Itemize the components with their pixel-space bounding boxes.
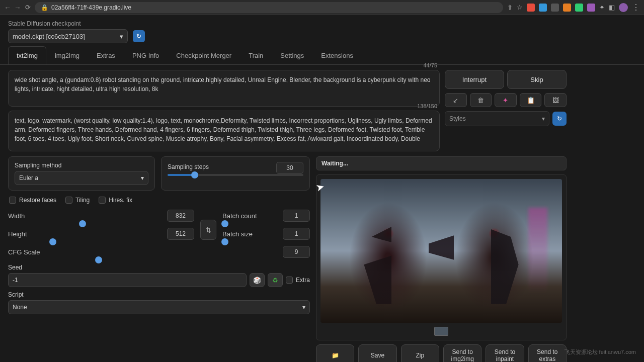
width-label: Width bbox=[8, 212, 25, 220]
batch-size-value[interactable]: 1 bbox=[283, 228, 310, 240]
arrow-tool-button[interactable]: ↙ bbox=[445, 93, 467, 107]
script-select[interactable]: None ▾ bbox=[8, 300, 310, 314]
skip-button[interactable]: Skip bbox=[507, 70, 567, 89]
chevron-down-icon: ▾ bbox=[302, 304, 305, 311]
tab-img2img[interactable]: img2img bbox=[46, 46, 88, 64]
height-label: Height bbox=[8, 230, 27, 238]
sampling-method-select[interactable]: Euler a ▾ bbox=[15, 171, 148, 185]
extension-icon[interactable] bbox=[539, 4, 547, 12]
negative-prompt-input[interactable] bbox=[15, 116, 433, 144]
tab-extensions[interactable]: Extensions bbox=[312, 46, 362, 64]
checkpoint-label: Stable Diffusion checkpoint bbox=[8, 20, 128, 27]
tab-train[interactable]: Train bbox=[240, 46, 272, 64]
swap-dimensions-button[interactable]: ⇅ bbox=[200, 220, 216, 240]
image-tool-button[interactable]: 🖼 bbox=[544, 93, 567, 107]
prompt-token-count: 44/75 bbox=[423, 62, 437, 68]
main-tabs: txt2img img2img Extras PNG Info Checkpoi… bbox=[0, 46, 644, 65]
batch-count-value[interactable]: 1 bbox=[283, 210, 310, 222]
save-button[interactable]: Save bbox=[358, 344, 396, 362]
hires-fix-checkbox[interactable]: Hires. fix bbox=[99, 197, 132, 204]
seed-input[interactable] bbox=[8, 273, 247, 287]
extension-icon[interactable] bbox=[527, 4, 535, 12]
open-folder-button[interactable]: 📁 bbox=[316, 344, 354, 362]
checkpoint-value: model.ckpt [cc6cb27103] bbox=[13, 33, 85, 40]
seed-extra-checkbox[interactable]: Extra bbox=[286, 277, 310, 284]
batch-count-label: Batch count bbox=[222, 212, 257, 220]
send-to-inpaint-button[interactable]: Send to inpaint bbox=[486, 344, 524, 362]
tab-txt2img[interactable]: txt2img bbox=[8, 46, 46, 64]
share-icon[interactable]: ⇧ bbox=[507, 4, 513, 11]
cfg-scale-label: CFG Scale bbox=[8, 248, 40, 256]
seed-recycle-button[interactable]: ♻ bbox=[268, 273, 283, 287]
styles-label: Styles bbox=[449, 115, 466, 122]
url-bar[interactable]: 🔒 02a56ff4-71ff-439e.gradio.live bbox=[35, 2, 503, 13]
checkpoint-select[interactable]: model.ckpt [cc6cb27103] ▾ bbox=[8, 29, 128, 43]
preview-panel: ✕ bbox=[316, 174, 567, 340]
extensions-menu-icon[interactable]: ✦ bbox=[599, 4, 605, 11]
negative-prompt-box: 138/150 bbox=[8, 111, 440, 151]
batch-size-label: Batch size bbox=[222, 230, 253, 238]
chevron-down-icon: ▾ bbox=[120, 33, 123, 40]
seed-random-button[interactable]: 🎲 bbox=[250, 273, 265, 287]
height-value[interactable]: 512 bbox=[167, 228, 194, 240]
styles-select[interactable]: Styles ▾ bbox=[445, 111, 549, 126]
url-text: 02a56ff4-71ff-439e.gradio.live bbox=[51, 4, 131, 11]
sampling-steps-slider[interactable] bbox=[168, 174, 303, 176]
extension-icon[interactable] bbox=[587, 4, 595, 12]
restore-faces-checkbox[interactable]: Restore faces bbox=[9, 197, 56, 204]
sampling-steps-label: Sampling steps bbox=[168, 163, 209, 170]
nav-forward-icon[interactable]: → bbox=[14, 4, 21, 12]
script-value: None bbox=[13, 304, 27, 311]
refresh-checkpoint-button[interactable]: ↻ bbox=[133, 30, 145, 42]
style-apply-button[interactable]: ✦ bbox=[495, 93, 517, 107]
send-to-extras-button[interactable]: Send to extras bbox=[528, 344, 567, 362]
tab-settings[interactable]: Settings bbox=[272, 46, 312, 64]
sampling-method-label: Sampling method bbox=[15, 162, 148, 169]
extension-icon[interactable] bbox=[575, 4, 583, 12]
cfg-scale-value[interactable]: 9 bbox=[283, 246, 310, 258]
star-icon[interactable]: ☆ bbox=[517, 4, 523, 11]
watermark-text: 飞天资源论坛 feitianwu7.com bbox=[565, 348, 636, 356]
panel-icon[interactable]: ◧ bbox=[609, 4, 615, 11]
extension-icon[interactable] bbox=[551, 4, 559, 12]
avatar-icon[interactable] bbox=[619, 3, 628, 12]
zip-button[interactable]: Zip bbox=[401, 344, 439, 362]
trash-tool-button[interactable]: 🗑 bbox=[470, 93, 492, 107]
sampling-steps-value[interactable]: 30 bbox=[276, 162, 303, 174]
extension-icon[interactable] bbox=[563, 4, 571, 12]
tab-checkpoint-merger[interactable]: Checkpoint Merger bbox=[168, 46, 240, 64]
tab-extras[interactable]: Extras bbox=[88, 46, 124, 64]
prompt-box: 44/75 bbox=[8, 70, 440, 107]
nav-back-icon[interactable]: ← bbox=[4, 4, 11, 12]
generation-status: Waiting... bbox=[316, 156, 567, 170]
thumbnail[interactable] bbox=[434, 327, 448, 336]
negative-token-count: 138/150 bbox=[417, 103, 437, 109]
seed-label: Seed bbox=[8, 264, 310, 271]
width-value[interactable]: 832 bbox=[167, 210, 194, 222]
sampling-method-value: Euler a bbox=[19, 174, 38, 182]
lock-icon: 🔒 bbox=[41, 4, 48, 11]
reload-icon[interactable]: ⟳ bbox=[25, 4, 31, 11]
styles-refresh-button[interactable]: ↻ bbox=[552, 112, 567, 126]
script-label: Script bbox=[8, 291, 310, 298]
tiling-checkbox[interactable]: Tiling bbox=[65, 197, 90, 204]
chevron-down-icon: ▾ bbox=[141, 174, 144, 182]
preview-image[interactable] bbox=[320, 179, 562, 323]
prompt-input[interactable] bbox=[15, 75, 433, 100]
chevron-down-icon: ▾ bbox=[542, 115, 545, 122]
menu-dots-icon[interactable]: ⋮ bbox=[632, 3, 640, 12]
interrupt-button[interactable]: Interrupt bbox=[445, 70, 504, 89]
send-to-img2img-button[interactable]: Send to img2img bbox=[443, 344, 481, 362]
clipboard-tool-button[interactable]: 📋 bbox=[520, 93, 542, 107]
tab-png-info[interactable]: PNG Info bbox=[124, 46, 168, 64]
